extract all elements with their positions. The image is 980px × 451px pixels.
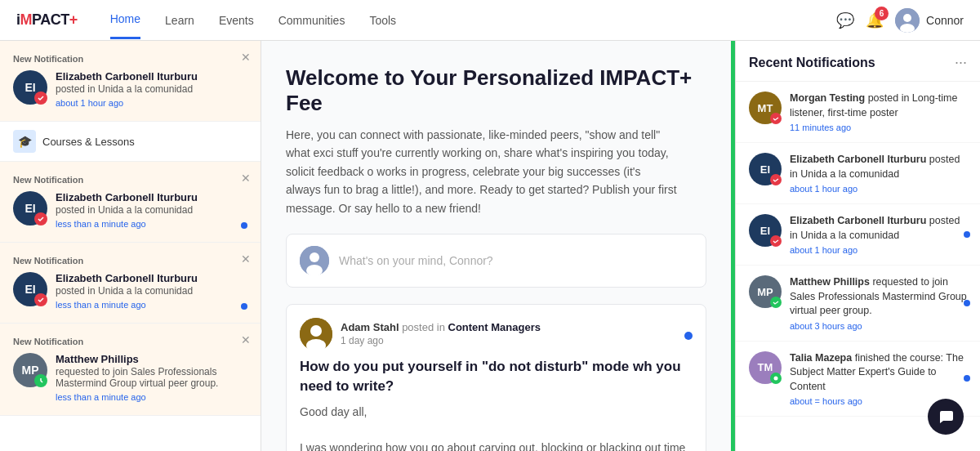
main-inner: Welcome to Your Personalized IMPACT+ Fee… bbox=[261, 41, 731, 451]
notification-time[interactable]: less than a minute ago bbox=[56, 392, 247, 402]
notification-content: Matthew Phillips requested to join Sales… bbox=[56, 353, 247, 402]
nav-home[interactable]: Home bbox=[110, 1, 140, 39]
unread-dot bbox=[964, 231, 970, 238]
feed-item: Adam Stahl posted in Content Managers 1 … bbox=[286, 304, 706, 451]
avatar-badge bbox=[34, 212, 47, 226]
notifier-name: Matthew Phillips bbox=[56, 353, 247, 365]
feed-body: Good day all, I was wondering how you go… bbox=[300, 403, 693, 451]
notification-item: New Notification ✕ MP Matthew Phillips r… bbox=[0, 324, 261, 416]
unread-dot bbox=[241, 222, 247, 229]
notification-text: Elizabeth Carbonell Iturburu posted in U… bbox=[790, 214, 967, 243]
avatar-badge bbox=[34, 293, 47, 306]
notification-text: Talia Mazepa finished the course: The Su… bbox=[790, 351, 967, 395]
right-notification-item: MT Morgan Testing posted in Long-time li… bbox=[736, 82, 980, 143]
avatar: EI bbox=[13, 70, 47, 105]
main-content: Welcome to Your Personalized IMPACT+ Fee… bbox=[261, 41, 731, 451]
notification-time[interactable]: 11 minutes ago bbox=[790, 123, 967, 132]
unread-dot bbox=[964, 300, 970, 306]
avatar: EI bbox=[13, 272, 47, 306]
post-box-avatar bbox=[300, 246, 329, 275]
right-notifications-panel: Recent Notifications ··· MT Morgan Testi… bbox=[735, 41, 980, 451]
notification-time[interactable]: about 3 hours ago bbox=[790, 321, 967, 331]
main-nav: Home Learn Events Communities Tools bbox=[110, 1, 836, 39]
avatar: EI bbox=[13, 191, 47, 226]
notification-label: New Notification bbox=[13, 337, 247, 346]
chat-icon[interactable]: 💬 bbox=[836, 11, 854, 29]
avatar-badge bbox=[770, 174, 782, 185]
notifier-name: Elizabeth Carbonell Iturburu bbox=[56, 70, 247, 83]
posted-in: posted in bbox=[402, 321, 448, 333]
svg-point-7 bbox=[310, 325, 322, 337]
courses-label: Courses & Lessons bbox=[42, 136, 135, 148]
notification-item: New Notification ✕ EI Elizabeth Carbonel… bbox=[0, 162, 261, 243]
avatar-badge bbox=[34, 374, 47, 387]
right-notification-item: EI Elizabeth Carbonell Iturburu posted i… bbox=[736, 204, 980, 266]
notification-text: Matthew Phillips requested to join Sales… bbox=[790, 275, 967, 319]
notification-body: EI Elizabeth Carbonell Iturburu posted i… bbox=[13, 272, 247, 310]
post-box[interactable]: What's on your mind, Connor? bbox=[286, 234, 706, 288]
courses-icon: 🎓 bbox=[13, 130, 36, 153]
notification-body: MP Matthew Phillips requested to join Sa… bbox=[13, 353, 247, 402]
avatar: MT bbox=[749, 92, 782, 124]
notification-content: Elizabeth Carbonell Iturburu posted in U… bbox=[56, 272, 247, 310]
poster-name: Adam Stahl bbox=[341, 321, 399, 333]
notification-badge: 6 bbox=[875, 7, 889, 20]
notification-content: Elizabeth Carbonell Iturburu posted in U… bbox=[790, 153, 967, 194]
unread-dot bbox=[241, 303, 247, 310]
welcome-title: Welcome to Your Personalized IMPACT+ Fee bbox=[286, 65, 706, 116]
notification-body: EI Elizabeth Carbonell Iturburu posted i… bbox=[13, 70, 247, 108]
courses-section: 🎓 Courses & Lessons bbox=[0, 122, 261, 162]
right-notification-item: MP Matthew Phillips requested to join Sa… bbox=[736, 266, 980, 342]
notification-item: New Notification ✕ EI Elizabeth Carbonel… bbox=[0, 243, 261, 324]
unread-dot bbox=[964, 375, 970, 382]
close-icon[interactable]: ✕ bbox=[241, 333, 251, 346]
header: iMPACT+ Home Learn Events Communities To… bbox=[0, 0, 980, 41]
nav-communities[interactable]: Communities bbox=[278, 2, 345, 38]
chat-bubble-button[interactable] bbox=[928, 399, 964, 435]
notification-text: posted in Unida a la comunidad bbox=[56, 83, 247, 95]
feed-time: 1 day ago bbox=[341, 335, 541, 346]
notification-text: requested to join Sales Professionals Ma… bbox=[56, 366, 247, 389]
avatar: EI bbox=[749, 153, 782, 185]
close-icon[interactable]: ✕ bbox=[241, 252, 251, 266]
nav-events[interactable]: Events bbox=[219, 2, 254, 38]
notification-time[interactable]: about 1 hour ago bbox=[790, 245, 967, 255]
avatar-badge bbox=[770, 113, 782, 124]
svg-point-9 bbox=[774, 376, 778, 380]
svg-point-1 bbox=[903, 14, 911, 22]
notification-text: posted in Unida a la comunidad bbox=[56, 285, 247, 297]
notification-label: New Notification bbox=[13, 54, 247, 64]
community-link[interactable]: Content Managers bbox=[448, 321, 541, 333]
notification-content: Morgan Testing posted in Long-time liste… bbox=[790, 92, 967, 132]
nav-tools[interactable]: Tools bbox=[369, 2, 396, 38]
notification-time[interactable]: less than a minute ago bbox=[56, 300, 247, 310]
post-input[interactable]: What's on your mind, Connor? bbox=[339, 254, 693, 267]
avatar: EI bbox=[749, 214, 782, 247]
nav-learn[interactable]: Learn bbox=[165, 2, 194, 38]
notification-time[interactable]: about 1 hour ago bbox=[790, 184, 967, 194]
feed-meta: Adam Stahl posted in Content Managers 1 … bbox=[341, 321, 541, 346]
avatar: MP bbox=[749, 275, 782, 308]
notification-text: Morgan Testing posted in Long-time liste… bbox=[790, 92, 967, 120]
notification-time[interactable]: about 1 hour ago bbox=[56, 98, 247, 108]
avatar-badge bbox=[770, 297, 782, 308]
avatar: TM bbox=[749, 351, 782, 384]
user-menu[interactable]: Connor bbox=[895, 8, 964, 33]
user-avatar bbox=[895, 8, 920, 33]
notifier-name: Elizabeth Carbonell Iturburu bbox=[56, 272, 247, 284]
close-icon[interactable]: ✕ bbox=[241, 51, 251, 64]
avatar-badge bbox=[770, 373, 782, 384]
svg-point-4 bbox=[310, 252, 319, 262]
notification-label: New Notification bbox=[13, 175, 247, 185]
avatar-badge bbox=[770, 235, 782, 247]
feed-title: How do you put yourself in "do not distu… bbox=[300, 357, 693, 396]
notification-bell[interactable]: 🔔 6 bbox=[866, 11, 884, 29]
notification-content: Elizabeth Carbonell Iturburu posted in U… bbox=[790, 214, 967, 255]
notification-label: New Notification bbox=[13, 256, 247, 266]
welcome-text: Here, you can connect with passionate, l… bbox=[286, 126, 678, 217]
logo: iMPACT+ bbox=[16, 11, 78, 29]
right-notification-item: EI Elizabeth Carbonell Iturburu posted i… bbox=[736, 143, 980, 204]
more-options-icon[interactable]: ··· bbox=[955, 54, 967, 71]
notification-time[interactable]: less than a minute ago bbox=[56, 219, 247, 229]
close-icon[interactable]: ✕ bbox=[241, 172, 251, 185]
